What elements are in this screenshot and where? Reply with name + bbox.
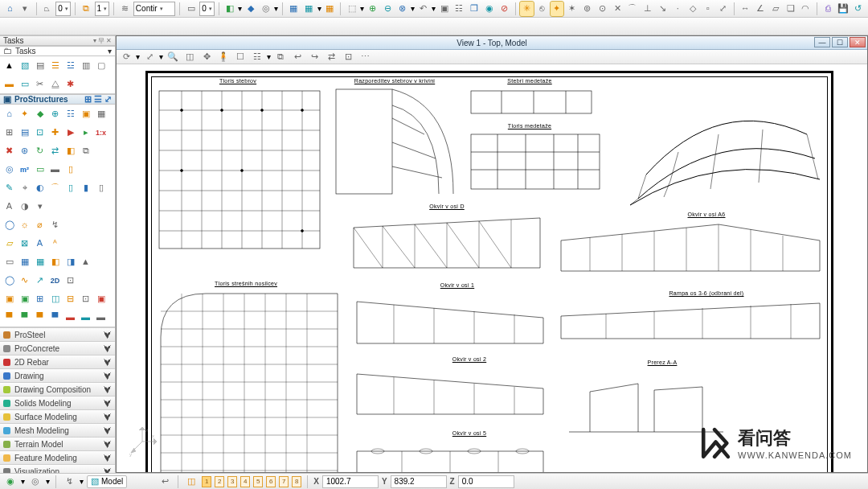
- drawing-canvas[interactable]: Tloris stebrov Razporeditev stebrov v kr…: [117, 64, 867, 472]
- ps-r5-4-icon[interactable]: ⌒: [48, 181, 62, 195]
- sel-off-icon[interactable]: ⊘: [497, 2, 511, 16]
- ps-r3-3-icon[interactable]: ↻: [33, 144, 47, 158]
- lock-value[interactable]: 0▾: [55, 2, 71, 16]
- ps-r9-4-icon[interactable]: ◧: [48, 255, 62, 269]
- ps-r1-3-icon[interactable]: ◆: [33, 107, 47, 121]
- ps-r8-4-icon[interactable]: ᴬ: [48, 236, 62, 250]
- snap-main-icon[interactable]: ✳: [520, 2, 534, 16]
- max-button[interactable]: ☐: [832, 37, 848, 47]
- ps-r9-1-icon[interactable]: ▭: [2, 255, 16, 269]
- level-5[interactable]: 5: [253, 476, 263, 487]
- meas-vol-icon[interactable]: ❏: [784, 2, 797, 16]
- ps-area-icon[interactable]: m²: [18, 162, 31, 176]
- home-icon[interactable]: ⌂: [3, 2, 17, 16]
- ps-r5-6-icon[interactable]: ▮: [79, 181, 92, 195]
- tasks-dropdown[interactable]: 🗀 Tasks ▾: [0, 46, 115, 56]
- ps-r11-5-icon[interactable]: ⊟: [63, 292, 77, 306]
- sel-clear-icon[interactable]: ▣: [437, 2, 451, 16]
- prostructures-header[interactable]: ▣ ProStructures ⊞ ☰ ⤢: [0, 94, 115, 105]
- vt-swap-icon[interactable]: ⇄: [324, 50, 338, 64]
- ps-r11-7-icon[interactable]: ▣: [94, 292, 108, 306]
- acc-2d-rebar[interactable]: 2D Rebar⮟: [0, 355, 115, 368]
- info-icon[interactable]: ▢: [94, 59, 108, 72]
- level-3[interactable]: 3: [227, 476, 237, 487]
- meas-ang-icon[interactable]: ∠: [754, 2, 768, 16]
- print-icon[interactable]: ⎙: [821, 2, 835, 16]
- level-7[interactable]: 7: [279, 476, 289, 487]
- ps-r2-1-icon[interactable]: ⊞: [2, 125, 16, 139]
- expand-icon[interactable]: ⤢: [104, 95, 112, 104]
- acc-solids[interactable]: Solids Modeling⮟: [0, 396, 115, 409]
- ps-r9-2-icon[interactable]: ▦: [18, 255, 31, 269]
- vt-save-icon[interactable]: ⊡: [341, 50, 355, 64]
- snap-near-icon[interactable]: ↘: [656, 2, 669, 16]
- ps-r4-5-icon[interactable]: ▯: [63, 162, 77, 176]
- ps-r6-1-icon[interactable]: A: [2, 199, 16, 213]
- place-block-icon[interactable]: ▬: [2, 77, 16, 91]
- ps-r9-5-icon[interactable]: ◨: [63, 255, 77, 269]
- level-6[interactable]: 6: [266, 476, 276, 487]
- ps-r3-6-icon[interactable]: ⧉: [79, 144, 92, 158]
- snap-end-icon[interactable]: ✶: [565, 2, 579, 16]
- ps-r12-7-icon[interactable]: ▬: [94, 310, 108, 324]
- meas-area-icon[interactable]: ▱: [768, 2, 782, 16]
- acc-proconcrete[interactable]: ProConcrete⮟: [0, 341, 115, 355]
- ps-r11-3-icon[interactable]: ⊞: [33, 292, 47, 306]
- file-open-dropdown[interactable]: ▾: [18, 2, 32, 16]
- explorer-icon[interactable]: ▥: [79, 59, 92, 72]
- ps-r5-5-icon[interactable]: ▯: [63, 181, 77, 195]
- snap-toggle-icon[interactable]: ◉: [3, 475, 18, 489]
- sel-cross-icon[interactable]: ⊗: [396, 2, 410, 16]
- acc-feature[interactable]: Feature Modeling⮟: [0, 450, 115, 464]
- lineweight-icon[interactable]: ▭: [184, 2, 198, 16]
- ps-r2-4-icon[interactable]: ✚: [48, 125, 62, 139]
- select-icon[interactable]: ⬚: [345, 2, 358, 16]
- acs-icon[interactable]: ↯: [62, 475, 76, 489]
- layout-icon[interactable]: ⊞: [84, 95, 92, 104]
- sel-add-icon[interactable]: ⊕: [366, 2, 379, 16]
- ps-r1-6-icon[interactable]: ▣: [79, 107, 92, 121]
- snap-a-icon[interactable]: ⎋: [535, 2, 549, 16]
- ps-r12-2-icon[interactable]: ▀: [18, 310, 31, 324]
- ps-r1-2-icon[interactable]: ✦: [18, 107, 31, 121]
- snap-b-icon[interactable]: ✦: [551, 2, 564, 16]
- pin-controls[interactable]: ▾ 무 ✕: [93, 36, 112, 45]
- y-input[interactable]: [391, 475, 447, 488]
- snap-node-icon[interactable]: ▫: [701, 2, 714, 16]
- ps-r6-2-icon[interactable]: ◑: [18, 199, 31, 213]
- ps-r1-5-icon[interactable]: ☷: [63, 107, 77, 121]
- copy-icon[interactable]: ⧉: [80, 2, 93, 16]
- ps-r1-4-icon[interactable]: ⊕: [48, 107, 62, 121]
- linestyle-icon[interactable]: ≋: [118, 2, 132, 16]
- vt-more-icon[interactable]: ⋯: [358, 50, 372, 64]
- ps-r5-2-icon[interactable]: ⌖: [18, 181, 31, 195]
- ps-r11-1-icon[interactable]: ▣: [2, 292, 16, 306]
- acc-drawing[interactable]: Drawing⮟: [0, 368, 115, 382]
- vt-window-icon[interactable]: ◫: [182, 50, 197, 64]
- ps-r3-4-icon[interactable]: ⇄: [48, 144, 62, 158]
- ps-r12-4-icon[interactable]: ▀: [48, 310, 62, 324]
- ps-r5-1-icon[interactable]: ✎: [2, 181, 16, 195]
- snap-mid-icon[interactable]: ⊚: [580, 2, 594, 16]
- ps-r12-6-icon[interactable]: ▬: [79, 310, 92, 324]
- ps-r1-1-icon[interactable]: ⌂: [2, 107, 16, 121]
- ps-target-icon[interactable]: ◎: [2, 162, 16, 176]
- vt-walk-icon[interactable]: 🧍: [216, 50, 231, 64]
- vt-camera-icon[interactable]: ☐: [233, 50, 248, 64]
- ps-r9-3-icon[interactable]: ▦: [33, 255, 47, 269]
- vt-prev-icon[interactable]: ↩: [290, 50, 305, 64]
- ps-r11-6-icon[interactable]: ⊡: [79, 292, 92, 306]
- locks-icon[interactable]: ◎: [28, 475, 43, 489]
- ps-r2-6-icon[interactable]: ▸: [79, 125, 92, 139]
- acc-mesh[interactable]: Mesh Modeling⮟: [0, 423, 115, 437]
- sel-tree-icon[interactable]: ☷: [452, 2, 466, 16]
- grid-cyan-icon[interactable]: ▦: [302, 2, 316, 16]
- acc-terrain[interactable]: Terrain Model⮟: [0, 437, 115, 450]
- tool-b-icon[interactable]: ◆: [244, 2, 257, 16]
- snap-quad-icon[interactable]: ◇: [686, 2, 700, 16]
- undo-icon[interactable]: ↺: [851, 2, 865, 16]
- ps-r4-4-icon[interactable]: ▬: [48, 162, 62, 176]
- grid-orange-icon[interactable]: ▦: [323, 2, 337, 16]
- ps-r7-4-icon[interactable]: ↯: [48, 218, 62, 232]
- place-slab-icon[interactable]: ▭: [18, 77, 31, 91]
